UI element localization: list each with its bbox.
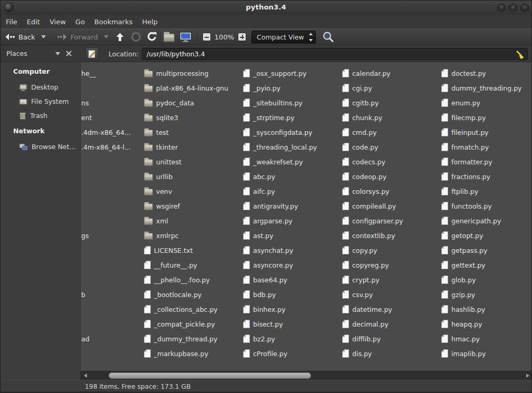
folder-item[interactable]: wsgiref [144, 199, 243, 213]
file-item[interactable]: colorsys.py [342, 184, 441, 199]
file-item[interactable]: fileinput.py [441, 125, 531, 140]
places-close-icon[interactable] [66, 51, 72, 56]
folder-item[interactable]: multiprocessing [144, 66, 243, 81]
file-item[interactable]: bdb.py [243, 287, 342, 302]
clipped-file-name[interactable]: ns [81, 95, 89, 110]
folder-item[interactable]: xml [144, 213, 243, 228]
file-item[interactable]: crypt.py [342, 272, 441, 287]
file-item[interactable]: compileall.py [342, 199, 441, 213]
places-dropdown-icon[interactable] [55, 52, 60, 55]
view-mode-select[interactable]: Compact View [252, 31, 316, 44]
folder-item[interactable]: test [144, 125, 243, 140]
menu-edit[interactable]: Edit [22, 16, 45, 27]
file-item[interactable]: formatter.py [441, 154, 531, 169]
file-item[interactable]: gzip.py [441, 287, 531, 302]
folder-item[interactable]: xmlrpc [144, 228, 243, 243]
scroll-right-icon[interactable] [526, 374, 529, 378]
file-item[interactable]: cmd.py [342, 125, 441, 140]
edit-location-button[interactable] [85, 47, 99, 60]
file-item[interactable]: configparser.py [342, 213, 441, 228]
folder-item[interactable]: sqlite3 [144, 110, 243, 125]
file-item[interactable]: enum.py [441, 95, 531, 110]
close-button[interactable] [520, 4, 529, 12]
file-item[interactable]: _threading_local.py [243, 140, 342, 154]
file-item[interactable]: _sitebuiltins.py [243, 95, 342, 110]
file-item[interactable]: copy.py [342, 243, 441, 258]
file-item[interactable]: cgitb.py [342, 95, 441, 110]
file-item[interactable]: chunk.py [342, 110, 441, 125]
folder-item[interactable]: unittest [144, 154, 243, 169]
menu-file[interactable]: File [1, 16, 22, 27]
menu-view[interactable]: View [45, 16, 71, 27]
sidebar-item-trash[interactable]: Trash [1, 109, 80, 123]
clipped-file-name[interactable]: b [81, 287, 85, 302]
file-item[interactable]: asynchat.py [243, 243, 342, 258]
file-item[interactable]: _bootlocale.py [144, 287, 243, 302]
menu-go[interactable]: Go [71, 16, 90, 27]
file-item[interactable]: hashlib.py [441, 302, 531, 317]
file-item[interactable]: argparse.py [243, 213, 342, 228]
zoom-in-button[interactable] [238, 33, 246, 41]
file-item[interactable]: csv.py [342, 287, 441, 302]
file-item[interactable]: base64.py [243, 272, 342, 287]
location-input[interactable]: /usr/lib/python3.4 [142, 48, 528, 60]
file-item[interactable]: difflib.py [342, 331, 441, 346]
file-item[interactable]: bisect.py [243, 317, 342, 331]
file-item[interactable]: LICENSE.txt [144, 243, 243, 258]
sidebar-item-browse-net-[interactable]: Browse Net... [1, 140, 80, 154]
file-item[interactable]: getpass.py [441, 243, 531, 258]
file-item[interactable]: asyncore.py [243, 258, 342, 272]
file-item[interactable]: aifc.py [243, 184, 342, 199]
file-item[interactable]: binhex.py [243, 302, 342, 317]
menu-bookmarks[interactable]: Bookmarks [90, 16, 138, 27]
file-item[interactable]: _collections_abc.py [144, 302, 243, 317]
file-item[interactable]: codecs.py [342, 154, 441, 169]
file-item[interactable]: _pyio.py [243, 81, 342, 95]
file-item[interactable]: glob.py [441, 272, 531, 287]
minimize-button[interactable] [497, 4, 506, 12]
file-item[interactable]: cgi.py [342, 81, 441, 95]
folder-item[interactable]: pydoc_data [144, 95, 243, 110]
file-item[interactable]: ast.py [243, 228, 342, 243]
clipped-file-name[interactable]: ent [81, 110, 92, 125]
file-item[interactable]: genericpath.py [441, 213, 531, 228]
file-item[interactable]: bz2.py [243, 331, 342, 346]
file-item[interactable]: _markupbase.py [144, 346, 243, 361]
sidebar-item-desktop[interactable]: Desktop [1, 80, 80, 94]
file-item[interactable]: datetime.py [342, 302, 441, 317]
scrollbar-thumb[interactable] [109, 372, 311, 379]
file-item[interactable]: decimal.py [342, 317, 441, 331]
file-item[interactable]: gettext.py [441, 258, 531, 272]
file-item[interactable]: heapq.py [441, 317, 531, 331]
horizontal-scrollbar[interactable] [81, 371, 531, 380]
file-item[interactable]: _compat_pickle.py [144, 317, 243, 331]
file-item[interactable]: contextlib.py [342, 228, 441, 243]
clipped-file-name[interactable]: he__ [81, 66, 96, 81]
back-dropdown-icon[interactable] [41, 35, 46, 38]
clipped-file-name[interactable]: ad [81, 331, 90, 346]
file-item[interactable]: calendar.py [342, 66, 441, 81]
file-item[interactable]: imaplib.py [441, 346, 531, 361]
folder-item[interactable]: plat-x86_64-linux-gnu [144, 81, 243, 95]
clear-location-broom-icon[interactable] [515, 49, 526, 60]
file-item[interactable]: fnmatch.py [441, 140, 531, 154]
file-item[interactable]: filecmp.py [441, 110, 531, 125]
forward-dropdown-icon[interactable] [104, 35, 109, 38]
file-item[interactable]: cProfile.py [243, 346, 342, 361]
file-item[interactable]: fractions.py [441, 169, 531, 184]
file-item[interactable]: hmac.py [441, 331, 531, 346]
up-icon[interactable] [115, 33, 124, 42]
file-item[interactable]: code.py [342, 140, 441, 154]
file-item[interactable]: getopt.py [441, 228, 531, 243]
stop-icon[interactable] [131, 32, 141, 42]
file-item[interactable]: _weakrefset.py [243, 154, 342, 169]
file-item[interactable]: functools.py [441, 199, 531, 213]
folder-item[interactable]: urllib [144, 169, 243, 184]
file-item[interactable]: _sysconfigdata.py [243, 125, 342, 140]
file-item[interactable]: _dummy_thread.py [144, 331, 243, 346]
folder-item[interactable]: venv [144, 184, 243, 199]
file-item[interactable]: __future__.py [144, 258, 243, 272]
clipped-file-name[interactable]: gs [81, 228, 89, 243]
new-tab-folder-icon[interactable] [165, 33, 173, 41]
forward-button[interactable]: Forward [71, 33, 98, 41]
